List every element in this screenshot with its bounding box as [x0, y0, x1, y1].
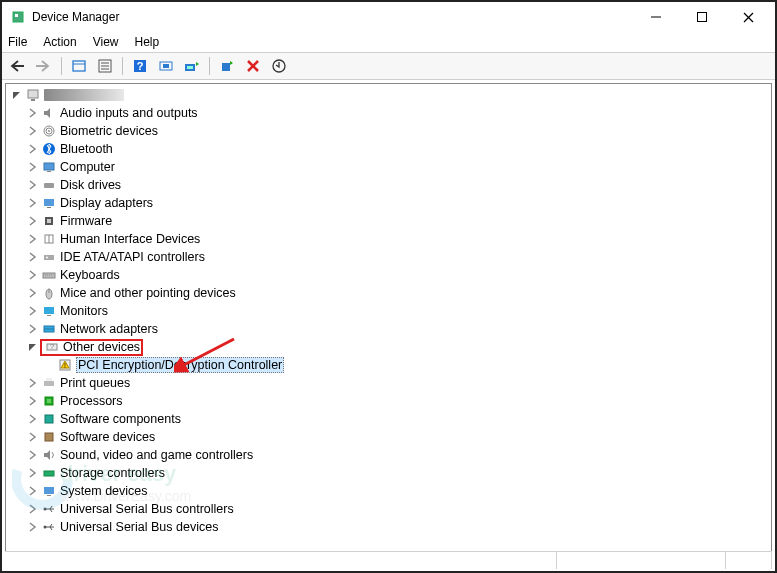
tree-item-bluetooth[interactable]: Bluetooth — [10, 140, 771, 158]
chevron-right-icon[interactable] — [26, 124, 40, 138]
tree-item-usb-controllers[interactable]: Universal Serial Bus controllers — [10, 500, 771, 518]
tree-item-label: Other devices — [63, 340, 140, 354]
add-legacy-button[interactable] — [267, 55, 291, 77]
audio-icon — [41, 105, 57, 121]
cpu-icon — [41, 393, 57, 409]
chevron-right-icon[interactable] — [26, 178, 40, 192]
tree-item-software-components[interactable]: Software components — [10, 410, 771, 428]
svg-rect-1 — [15, 14, 18, 17]
tree-item-processors[interactable]: Processors — [10, 392, 771, 410]
tree-item-other-devices[interactable]: ? Other devices — [10, 338, 771, 356]
device-tree[interactable]: Audio inputs and outputs Biometric devic… — [5, 83, 772, 552]
svg-rect-59 — [47, 495, 51, 496]
chevron-right-icon[interactable] — [26, 520, 40, 534]
tree-item-disk[interactable]: Disk drives — [10, 176, 771, 194]
chevron-right-icon[interactable] — [26, 502, 40, 516]
tree-item-label: Universal Serial Bus controllers — [60, 502, 234, 516]
tree-item-display[interactable]: Display adapters — [10, 194, 771, 212]
scan-hardware-button[interactable] — [215, 55, 239, 77]
menubar: File Action View Help — [2, 32, 775, 52]
chevron-right-icon[interactable] — [26, 412, 40, 426]
tree-item-label: Keyboards — [60, 268, 120, 282]
menu-view[interactable]: View — [93, 35, 119, 49]
chevron-right-icon[interactable] — [26, 142, 40, 156]
network-icon — [41, 321, 57, 337]
svg-rect-37 — [44, 255, 54, 260]
tree-item-mice[interactable]: Mice and other pointing devices — [10, 284, 771, 302]
chevron-right-icon[interactable] — [26, 376, 40, 390]
tree-item-keyboards[interactable]: Keyboards — [10, 266, 771, 284]
uninstall-button[interactable] — [241, 55, 265, 77]
tree-item-label: System devices — [60, 484, 148, 498]
svg-rect-15 — [163, 64, 169, 68]
computer-icon — [41, 159, 57, 175]
sound-icon — [41, 447, 57, 463]
software-component-icon — [41, 411, 57, 427]
menu-file[interactable]: File — [8, 35, 27, 49]
tree-item-ide[interactable]: IDE ATA/ATAPI controllers — [10, 248, 771, 266]
chevron-right-icon[interactable] — [26, 214, 40, 228]
chevron-right-icon[interactable] — [26, 484, 40, 498]
tree-item-hid[interactable]: Human Interface Devices — [10, 230, 771, 248]
printer-icon — [41, 375, 57, 391]
close-button[interactable] — [725, 2, 771, 32]
menu-action[interactable]: Action — [43, 35, 76, 49]
hid-icon — [41, 231, 57, 247]
forward-button[interactable] — [32, 55, 56, 77]
tree-item-software-devices[interactable]: Software devices — [10, 428, 771, 446]
menu-help[interactable]: Help — [135, 35, 160, 49]
svg-rect-43 — [44, 307, 54, 314]
tree-item-network[interactable]: Network adapters — [10, 320, 771, 338]
chevron-right-icon[interactable] — [26, 160, 40, 174]
chevron-right-icon[interactable] — [26, 106, 40, 120]
tree-item-system[interactable]: System devices — [10, 482, 771, 500]
back-button[interactable] — [6, 55, 30, 77]
svg-rect-28 — [44, 163, 54, 170]
action-center-button[interactable] — [154, 55, 178, 77]
tree-root[interactable] — [10, 86, 771, 104]
svg-rect-17 — [187, 66, 193, 69]
tree-item-storage[interactable]: Storage controllers — [10, 464, 771, 482]
tree-item-usb-devices[interactable]: Universal Serial Bus devices — [10, 518, 771, 536]
svg-rect-51 — [44, 381, 54, 386]
warning-device-icon: ! — [57, 357, 73, 373]
tree-item-print-queues[interactable]: Print queues — [10, 374, 771, 392]
tree-item-label: Universal Serial Bus devices — [60, 520, 218, 534]
properties-button[interactable] — [93, 55, 117, 77]
chevron-right-icon[interactable] — [26, 466, 40, 480]
svg-text:?: ? — [50, 342, 55, 351]
svg-rect-34 — [47, 219, 51, 223]
chevron-down-icon[interactable] — [10, 88, 24, 102]
chevron-right-icon[interactable] — [26, 232, 40, 246]
tree-item-label: Network adapters — [60, 322, 158, 336]
chevron-right-icon[interactable] — [26, 304, 40, 318]
tree-item-sound[interactable]: Sound, video and game controllers — [10, 446, 771, 464]
titlebar: Device Manager — [2, 2, 775, 32]
tree-item-biometric[interactable]: Biometric devices — [10, 122, 771, 140]
chevron-right-icon[interactable] — [26, 430, 40, 444]
tree-item-label: Mice and other pointing devices — [60, 286, 236, 300]
tree-item-pci-encryption[interactable]: ! PCI Encryption/Decryption Controller — [10, 356, 771, 374]
chevron-right-icon[interactable] — [26, 250, 40, 264]
show-hidden-button[interactable] — [67, 55, 91, 77]
tree-item-firmware[interactable]: Firmware — [10, 212, 771, 230]
update-driver-button[interactable] — [180, 55, 204, 77]
svg-rect-58 — [44, 487, 54, 494]
root-computer-name — [44, 89, 124, 101]
svg-rect-29 — [47, 171, 51, 172]
tree-item-audio[interactable]: Audio inputs and outputs — [10, 104, 771, 122]
help-button[interactable]: ? — [128, 55, 152, 77]
chevron-down-icon[interactable] — [26, 340, 40, 354]
chevron-right-icon[interactable] — [26, 196, 40, 210]
chevron-right-icon[interactable] — [26, 322, 40, 336]
minimize-button[interactable] — [633, 2, 679, 32]
svg-point-38 — [46, 257, 48, 259]
svg-rect-23 — [31, 99, 35, 101]
maximize-button[interactable] — [679, 2, 725, 32]
tree-item-monitors[interactable]: Monitors — [10, 302, 771, 320]
tree-item-computer[interactable]: Computer — [10, 158, 771, 176]
chevron-right-icon[interactable] — [26, 448, 40, 462]
chevron-right-icon[interactable] — [26, 286, 40, 300]
chevron-right-icon[interactable] — [26, 394, 40, 408]
chevron-right-icon[interactable] — [26, 268, 40, 282]
